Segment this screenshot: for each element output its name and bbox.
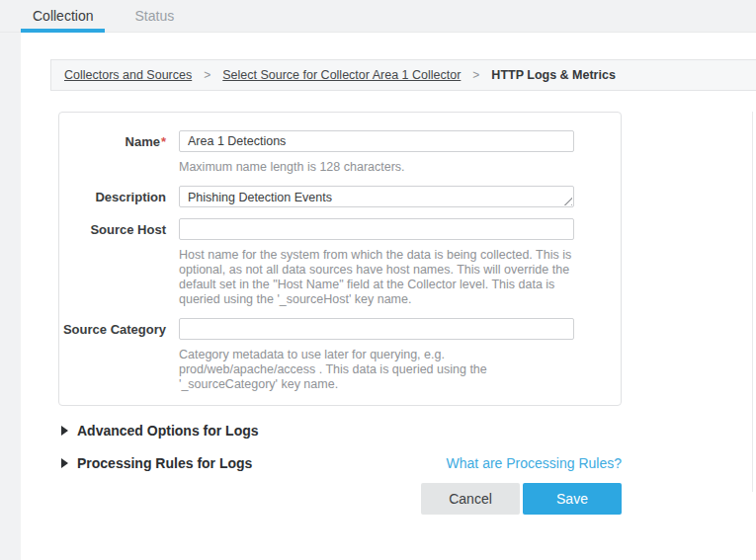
source-host-help-text: Host name for the system from which the … <box>179 248 579 307</box>
processing-rules-line: Processing Rules for Logs What are Proce… <box>61 455 622 471</box>
source-host-field-row: Source Host Host name for the system fro… <box>59 218 621 307</box>
breadcrumb-separator: > <box>204 68 210 82</box>
cancel-button[interactable]: Cancel <box>421 483 520 515</box>
name-label: Name* <box>59 130 166 175</box>
breadcrumb-current-page: HTTP Logs & Metrics <box>491 68 615 82</box>
tab-collection[interactable]: Collection <box>21 0 105 32</box>
collapsible-sections: Advanced Options for Logs Processing Rul… <box>61 423 622 471</box>
description-label: Description <box>59 186 166 207</box>
source-category-input[interactable] <box>179 318 574 340</box>
triangle-right-icon <box>61 426 68 436</box>
tab-collection-label: Collection <box>33 8 93 24</box>
name-label-text: Name <box>126 134 160 149</box>
processing-rules-toggle[interactable]: Processing Rules for Logs <box>61 455 252 471</box>
main-content: Collectors and Sources > Select Source f… <box>21 33 756 515</box>
triangle-right-icon <box>61 458 68 468</box>
source-category-field-row: Source Category Category metadata to use… <box>59 318 621 392</box>
name-help-text: Maximum name length is 128 characters. <box>179 160 579 175</box>
tab-status[interactable]: Status <box>123 0 186 32</box>
source-host-input[interactable] <box>179 218 574 240</box>
save-button[interactable]: Save <box>523 483 622 515</box>
source-host-label: Source Host <box>59 218 166 307</box>
description-textarea[interactable]: Phishing Detection Events <box>179 186 574 207</box>
description-field-row: Description Phishing Detection Events <box>59 186 621 207</box>
source-category-label-text: Source Category <box>63 322 166 337</box>
page: Collection Status Collectors and Sources… <box>0 0 756 560</box>
breadcrumb-separator: > <box>472 68 479 82</box>
source-category-help-text: Category metadata to use later for query… <box>179 348 579 392</box>
advanced-options-label: Advanced Options for Logs <box>77 423 259 439</box>
name-field: Maximum name length is 128 characters. <box>179 130 574 175</box>
source-host-field: Host name for the system from which the … <box>179 218 574 307</box>
processing-rules-label: Processing Rules for Logs <box>77 455 252 471</box>
processing-rules-help-link[interactable]: What are Processing Rules? <box>447 455 622 471</box>
breadcrumb: Collectors and Sources > Select Source f… <box>50 59 756 91</box>
source-config-panel: Name* Maximum name length is 128 charact… <box>58 112 622 406</box>
advanced-options-toggle[interactable]: Advanced Options for Logs <box>61 423 259 439</box>
name-input[interactable] <box>179 130 574 152</box>
tab-status-label: Status <box>134 8 174 24</box>
source-host-label-text: Source Host <box>90 222 166 237</box>
required-asterisk: * <box>161 134 166 149</box>
breadcrumb-link-select-source[interactable]: Select Source for Collector Area 1 Colle… <box>222 68 461 82</box>
action-buttons: Cancel Save <box>58 483 622 515</box>
description-label-text: Description <box>95 190 166 204</box>
description-field: Phishing Detection Events <box>179 186 574 207</box>
content-right-border <box>752 112 753 492</box>
source-category-label: Source Category <box>59 318 166 392</box>
name-field-row: Name* Maximum name length is 128 charact… <box>59 130 621 175</box>
breadcrumb-link-collectors-and-sources[interactable]: Collectors and Sources <box>64 68 192 82</box>
tab-bar: Collection Status <box>0 0 756 33</box>
advanced-options-line: Advanced Options for Logs <box>61 423 622 439</box>
left-gutter <box>0 33 21 560</box>
source-category-field: Category metadata to use later for query… <box>179 318 574 392</box>
